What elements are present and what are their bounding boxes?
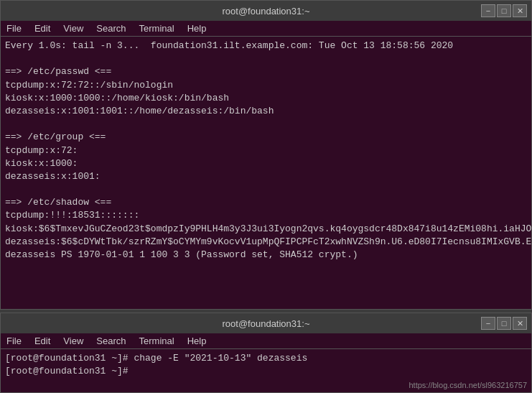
top-minimize-button[interactable]: −: [481, 4, 495, 17]
bottom-menu-help[interactable]: Help: [185, 335, 210, 347]
top-terminal-window: root@foundation31:~ − □ ✕ File Edit View…: [0, 0, 532, 310]
bottom-menu-terminal[interactable]: Terminal: [136, 335, 177, 347]
bottom-menu-file[interactable]: File: [4, 335, 24, 347]
bottom-minimize-button[interactable]: −: [481, 317, 495, 330]
top-terminal-content: Every 1.0s: tail -n 3... foundation31.il…: [1, 37, 531, 309]
bottom-menu-view[interactable]: View: [60, 335, 86, 347]
bottom-title-bar: root@foundation31:~ − □ ✕: [1, 313, 531, 333]
top-menu-file[interactable]: File: [4, 22, 24, 34]
top-maximize-button[interactable]: □: [497, 4, 511, 17]
top-menu-search[interactable]: Search: [93, 22, 129, 34]
watermark-text: https://blog.csdn.net/sl963216757: [409, 381, 527, 389]
bottom-maximize-button[interactable]: □: [497, 317, 511, 330]
bottom-menu-edit[interactable]: Edit: [32, 335, 53, 347]
bottom-close-button[interactable]: ✕: [513, 317, 527, 330]
top-title-bar: root@foundation31:~ − □ ✕: [1, 1, 531, 21]
bottom-title-controls: − □ ✕: [481, 317, 527, 330]
top-menu-terminal[interactable]: Terminal: [136, 22, 177, 34]
bottom-terminal-title: root@foundation31:~: [223, 318, 310, 329]
top-menu-help[interactable]: Help: [185, 22, 210, 34]
top-menu-view[interactable]: View: [60, 22, 86, 34]
bottom-terminal-wrapper: root@foundation31:~ − □ ✕ File Edit View…: [0, 313, 532, 393]
top-menu-edit[interactable]: Edit: [32, 22, 53, 34]
bottom-menu-search[interactable]: Search: [93, 335, 129, 347]
top-title-controls: − □ ✕: [481, 4, 527, 17]
bottom-menubar: File Edit View Search Terminal Help: [1, 333, 531, 349]
bottom-terminal-window: root@foundation31:~ − □ ✕ File Edit View…: [0, 313, 532, 393]
top-close-button[interactable]: ✕: [513, 4, 527, 17]
top-terminal-title: root@foundation31:~: [223, 6, 310, 17]
top-menubar: File Edit View Search Terminal Help: [1, 21, 531, 37]
